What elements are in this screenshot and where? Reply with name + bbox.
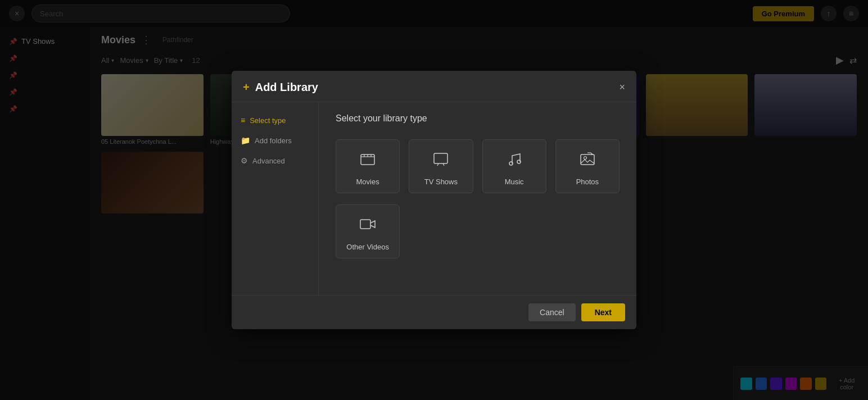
dialog-sidebar-add-folders[interactable]: 📁 Add folders — [232, 131, 318, 149]
dialog-close-button[interactable]: × — [619, 81, 625, 93]
modal-overlay: + Add Library × ≡ Select type 📁 Add fold… — [0, 0, 868, 400]
library-type-movies[interactable]: Movies — [336, 139, 400, 193]
dialog-sidebar-select-type[interactable]: ≡ Select type — [232, 111, 318, 129]
hamburger-icon: ≡ — [241, 116, 245, 125]
next-button[interactable]: Next — [581, 303, 625, 321]
svg-rect-5 — [434, 153, 447, 163]
music-label: Music — [505, 178, 524, 186]
dialog-footer: Cancel Next — [232, 295, 636, 329]
svg-rect-10 — [581, 154, 594, 165]
library-type-photos[interactable]: Photos — [555, 139, 620, 193]
dialog-sidebar-advanced[interactable]: ⚙ Advanced — [232, 152, 318, 170]
dialog-sidebar: ≡ Select type 📁 Add folders ⚙ Advanced — [232, 102, 319, 295]
photos-icon — [578, 150, 596, 172]
library-type-other-videos[interactable]: Other Videos — [336, 204, 400, 258]
music-icon — [505, 150, 523, 172]
dialog-plus-icon: + — [243, 81, 250, 94]
dialog-main-title: Select your library type — [336, 113, 620, 124]
photos-label: Photos — [576, 178, 599, 186]
library-types-row1: Movies TV Shows — [336, 139, 620, 193]
dialog-body: ≡ Select type 📁 Add folders ⚙ Advanced S… — [232, 102, 636, 295]
movies-icon — [359, 150, 377, 172]
tvshows-label: TV Shows — [424, 178, 458, 186]
other-videos-label: Other Videos — [346, 243, 389, 251]
library-type-tvshows[interactable]: TV Shows — [409, 139, 473, 193]
dialog-header: + Add Library × — [232, 71, 636, 102]
cancel-button[interactable]: Cancel — [528, 303, 576, 321]
other-videos-icon — [359, 215, 377, 237]
dialog-title: Add Library — [255, 81, 318, 94]
dialog-main: Select your library type — [319, 102, 636, 295]
svg-point-11 — [584, 157, 586, 160]
movies-label: Movies — [356, 178, 379, 186]
tvshows-icon — [432, 150, 450, 172]
library-types-row2: Other Videos — [336, 204, 620, 258]
add-library-dialog: + Add Library × ≡ Select type 📁 Add fold… — [232, 71, 636, 329]
gear-icon: ⚙ — [241, 156, 248, 165]
svg-rect-13 — [360, 220, 370, 229]
library-type-music[interactable]: Music — [482, 139, 546, 193]
folder-icon: 📁 — [241, 136, 250, 145]
